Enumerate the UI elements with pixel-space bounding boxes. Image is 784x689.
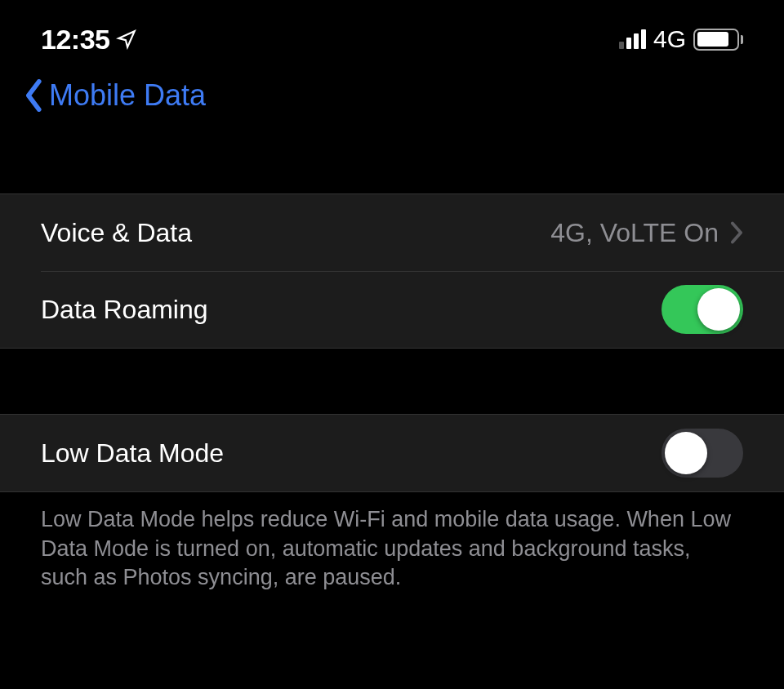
nav-bar: Mobile Data xyxy=(0,73,784,132)
status-time: 12:35 xyxy=(41,24,109,56)
voice-data-label: Voice & Data xyxy=(41,218,192,248)
battery-icon xyxy=(693,29,743,51)
status-bar: 12:35 4G xyxy=(0,0,784,73)
data-roaming-cell: Data Roaming xyxy=(0,271,784,348)
settings-group-1: Voice & Data 4G, VoLTE On Data Roaming xyxy=(0,193,784,349)
section-gap xyxy=(0,349,784,414)
low-data-mode-cell: Low Data Mode xyxy=(0,415,784,491)
network-label: 4G xyxy=(653,25,686,53)
voice-data-cell[interactable]: Voice & Data 4G, VoLTE On xyxy=(0,194,784,271)
voice-data-right: 4G, VoLTE On xyxy=(550,218,743,248)
settings-group-2: Low Data Mode xyxy=(0,414,784,492)
status-right: 4G xyxy=(619,25,743,53)
data-roaming-switch[interactable] xyxy=(662,285,743,334)
back-label: Mobile Data xyxy=(49,78,206,113)
location-icon xyxy=(116,29,137,50)
chevron-left-icon xyxy=(23,79,46,112)
low-data-mode-footer: Low Data Mode helps reduce Wi-Fi and mob… xyxy=(0,492,784,606)
low-data-mode-switch[interactable] xyxy=(662,429,743,478)
status-left: 12:35 xyxy=(41,24,137,56)
chevron-right-icon xyxy=(730,221,743,244)
signal-icon xyxy=(619,29,646,49)
section-gap xyxy=(0,132,784,193)
data-roaming-label: Data Roaming xyxy=(41,295,208,325)
voice-data-value: 4G, VoLTE On xyxy=(550,218,719,248)
back-button[interactable]: Mobile Data xyxy=(23,78,206,113)
low-data-mode-label: Low Data Mode xyxy=(41,438,224,469)
